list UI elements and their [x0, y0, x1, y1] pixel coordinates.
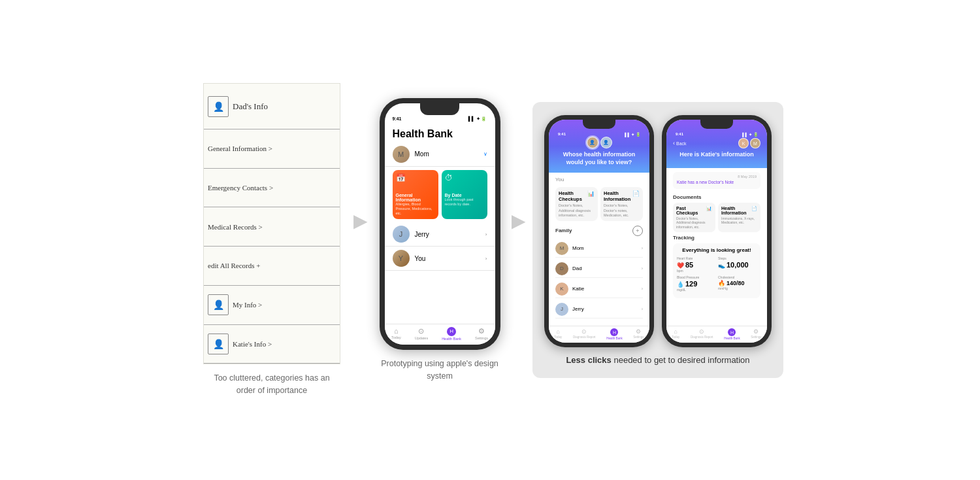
sketch-emergency-contacts: Emergency Contacts >	[208, 183, 273, 192]
phone-whose-info: 9:41 ▌▌ ✦ 🔋 👤 👤 Whose health information…	[544, 115, 654, 347]
katies-header-title: Here is Katie's information	[673, 151, 760, 159]
health-bank-header: Health Bank	[385, 123, 495, 143]
p1-tab-diag[interactable]: ⊙ Diagnosis Report	[573, 328, 596, 340]
user-item-jerry[interactable]: J Jerry ›	[385, 222, 495, 247]
steps-icon: 👟	[718, 262, 725, 269]
avatar-you-img: Y	[393, 250, 410, 267]
family-chevron-jerry: ›	[642, 307, 643, 311]
bydate-card-sub: Look through past records by date.	[445, 197, 484, 207]
family-item-jerry[interactable]: J Jerry ›	[555, 301, 643, 318]
family-avatar-mom: M	[555, 242, 568, 255]
health-bank-title: Health Bank	[393, 128, 487, 140]
notif-date: 8 May 2019	[738, 175, 757, 179]
gradient-avatar-2: 👤	[600, 137, 612, 148]
add-family-btn[interactable]: +	[632, 226, 643, 236]
info-title: Health Information	[604, 190, 632, 202]
user-item-you[interactable]: Y You ›	[385, 247, 495, 271]
p1-tab-today[interactable]: ⌂ Today	[554, 328, 562, 340]
family-name-dad: Dad	[572, 266, 638, 271]
info-card-general[interactable]: 📅 General Information Allergies, Blood P…	[393, 170, 438, 219]
family-name-jerry: Jerry	[572, 306, 638, 312]
sketch-avatar-dad: 👤	[208, 96, 229, 117]
sketch-general-info: General Information >	[208, 144, 272, 153]
sketch-row-emergency: Emergency Contacts >	[204, 169, 340, 208]
sketch-image: 👤 Dad's Info General Information > Emerg…	[203, 83, 340, 364]
family-section-header: Family +	[555, 226, 643, 236]
tab-today-icon: ⌂	[394, 327, 399, 335]
right-caption: Less clicks needed to get to desired inf…	[566, 355, 749, 365]
checkups-chart-icon: 📊	[587, 190, 595, 197]
tracking-stats-row-1: Heart Rate ❤️ 85 bpm Steps	[677, 256, 757, 273]
family-label: Family	[555, 228, 572, 233]
p2-tab-hb-label: Health Bank	[724, 337, 740, 340]
family-name-mom: Mom	[572, 245, 638, 251]
p1-tab-settings-label: Settings	[633, 335, 644, 339]
doc-card-checkups[interactable]: Past Checkups 📊 Doctor's Notes, Addition…	[673, 203, 715, 233]
bydate-card-label: By Date	[445, 193, 484, 197]
bp-icon: 💧	[677, 281, 684, 288]
p2-tab-today-label: Today	[672, 335, 679, 339]
family-avatar-katie: K	[555, 283, 568, 296]
sketch-dads-info: Dad's Info	[233, 101, 268, 112]
tracking-section: Everything is looking great! Heart Rate …	[673, 243, 760, 298]
phone-katies-info: 9:41 ▌▌ ✦ 🔋 ‹ Back K M Here is Katie's i…	[662, 115, 772, 347]
status-1: 9:41 ▌▌ ✦ 🔋	[555, 130, 643, 137]
tracking-great-text: Everything is looking great!	[677, 247, 757, 253]
prototype-content: Health Bank M Mom ∨ 📅 Gene	[385, 123, 495, 345]
tab-healthbank[interactable]: H Health Bank	[442, 327, 461, 341]
avatars-row-1: 👤 👤	[555, 137, 643, 148]
general-card-label: General Information	[396, 193, 435, 202]
back-label[interactable]: Back	[676, 141, 687, 146]
family-item-katie[interactable]: K Katie ›	[555, 281, 643, 298]
right-section: 9:41 ▌▌ ✦ 🔋 👤 👤 Whose health information…	[532, 102, 783, 378]
p1-tab-today-icon: ⌂	[557, 328, 560, 335]
info-card-bydate[interactable]: ⏱ By Date Look through past records by d…	[442, 170, 487, 219]
p1-tab-settings[interactable]: ⚙ Settings	[633, 328, 644, 340]
steps-number: 10,000	[727, 261, 749, 269]
p1-tab-settings-icon: ⚙	[636, 328, 641, 335]
steps-stat: Steps 👟 10,000	[718, 256, 757, 273]
status-2: 9:41 ▌▌ ✦ 🔋	[673, 130, 760, 137]
tab-settings[interactable]: ⚙ Settings	[475, 327, 488, 341]
family-item-dad[interactable]: D Dad ›	[555, 260, 643, 278]
tab-today[interactable]: ⌂ Today	[391, 327, 401, 341]
p1-tab-hb[interactable]: H Health Bank	[606, 328, 623, 340]
doc-card-health-info[interactable]: Health Information 📄 Immunizations, X-ra…	[718, 203, 760, 233]
family-name-katie: Katie	[572, 286, 638, 292]
p2-tab-hb[interactable]: H Health Bank	[724, 328, 740, 340]
sketch-row-dad: 👤 Dad's Info	[204, 84, 340, 129]
family-chevron-mom: ›	[642, 246, 643, 250]
tab-settings-label: Settings	[475, 336, 488, 340]
prototype-tab-bar: ⌂ Today ⊙ Updates H Health Bank ⚙	[385, 324, 495, 345]
user-item-mom[interactable]: M Mom ∨	[385, 143, 495, 167]
prototype-caption: Prototyping using apple's design system	[374, 358, 505, 383]
gradient-header-2: 9:41 ▌▌ ✦ 🔋 ‹ Back K M Here is Katie's i…	[666, 120, 767, 168]
tab-healthbank-label: Health Bank	[442, 337, 461, 341]
p1-tab-diag-icon: ⊙	[581, 328, 587, 335]
chol-unit: mmHg	[718, 286, 757, 290]
time-1: 9:41	[558, 132, 566, 137]
right-caption-rest: needed to get to desired information	[613, 355, 749, 365]
right-caption-bold: Less clicks	[566, 355, 611, 365]
bp-value-row: 💧 129	[677, 280, 715, 288]
p2-tab-today[interactable]: ⌂ Today	[672, 328, 679, 340]
health-card-info[interactable]: Health Information 📄 Doctor's Notes, Doc…	[600, 187, 643, 220]
family-avatar-jerry: J	[555, 303, 568, 316]
sketch-row-myinfo: 👤 My Info >	[204, 286, 340, 325]
phone1-content: You Health Checkups 📊 Doctor's Notes, Ad…	[549, 173, 649, 326]
chevron-down-mom: ∨	[483, 151, 487, 157]
sketch-row-katie: 👤 Katie's Info >	[204, 325, 340, 364]
family-item-mom[interactable]: M Mom ›	[555, 240, 643, 258]
checkups-sub: Doctor's Notes, Additional diagnosis inf…	[559, 203, 595, 217]
tab-updates[interactable]: ⊙ Updates	[415, 327, 429, 341]
phone-whose-screen: 9:41 ▌▌ ✦ 🔋 👤 👤 Whose health information…	[549, 120, 649, 343]
tracking-label: Tracking	[673, 235, 760, 241]
general-card-sub: Allergies, Blood Pressure, Medications, …	[396, 202, 435, 216]
steps-value-row: 👟 10,000	[718, 261, 757, 269]
health-card-checkups[interactable]: Health Checkups 📊 Doctor's Notes, Additi…	[555, 187, 598, 220]
p2-tab-settings[interactable]: ⚙ Settings	[751, 328, 761, 340]
main-container: 👤 Dad's Info General Information > Emerg…	[0, 0, 980, 480]
gradient-header-1: 9:41 ▌▌ ✦ 🔋 👤 👤 Whose health information…	[549, 120, 649, 173]
header-question: Whose health information would you like …	[555, 151, 643, 166]
p2-tab-diag[interactable]: ⊙ Diagnosis Report	[691, 328, 713, 340]
